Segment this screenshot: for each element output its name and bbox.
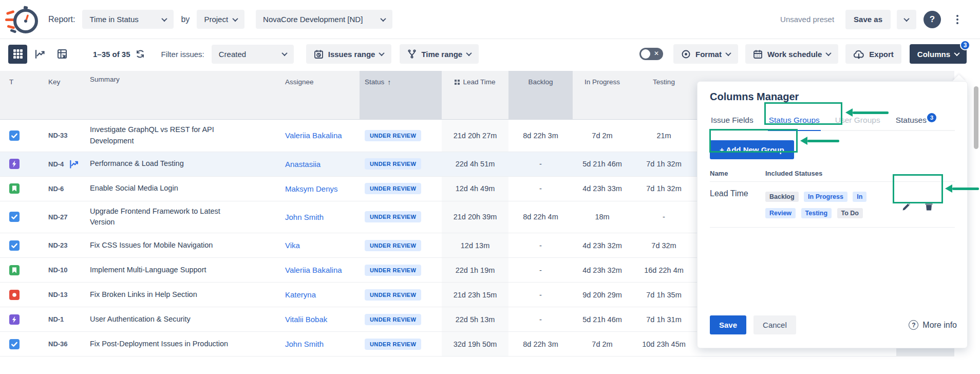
view-switcher [8,45,71,64]
summary-cell: Investigate GraphQL vs REST for API Deve… [88,120,280,152]
save-as-button[interactable]: Save as [845,10,891,29]
task-issue-type-icon [9,240,20,251]
issue-summary[interactable]: Investigate GraphQL vs REST for API Deve… [90,124,235,147]
column-header-t[interactable]: T [0,71,27,86]
column-header-lead-time[interactable]: Lead Time [442,71,508,86]
status-lozenge: UNDER REVIEW [365,289,421,301]
page-scrollbar-thumb[interactable] [974,86,978,149]
assignee-link[interactable]: Kateryna [285,290,316,299]
refresh-icon[interactable] [136,49,145,59]
question-circle-icon: ? [909,320,918,330]
popup-footer: Save Cancel ? More info [710,315,957,334]
project-select[interactable]: NovaCore Development [ND] [256,10,392,29]
more-menu-button[interactable] [948,10,967,29]
add-new-group-button[interactable]: + Add New Group [710,140,794,159]
column-header-backlog[interactable]: Backlog [508,71,573,119]
issue-summary[interactable]: Fix Broken Links in Help Section [90,289,197,301]
assignee-link[interactable]: Vitalii Bobak [285,315,327,324]
more-info-link[interactable]: ? More info [909,320,957,330]
status-cell: UNDER REVIEW [360,258,442,282]
time-value-cell: - [508,233,573,257]
issue-summary[interactable]: Upgrade Frontend Framework to Latest Ver… [90,206,235,229]
assignee-link[interactable]: Vika [285,241,300,250]
tab-status-groups[interactable]: Status Groups [768,113,821,131]
chart-view-icon[interactable] [30,45,49,64]
time-value-cell: 7d 1h 32m [632,177,696,201]
status-lozenge: UNDER REVIEW [365,314,421,325]
time-value-cell: 16d 22h 4m [632,258,696,282]
issue-summary[interactable]: Fix Post-Deployment Issues in Production [90,339,228,350]
column-header-hidden [832,71,896,78]
time-value-cell: 12d 13m [442,233,508,257]
assignee-link[interactable]: Valeriia Bakalina [285,131,342,140]
status-chip: Testing [801,208,832,218]
time-value-cell: - [508,307,573,331]
story-issue-type-icon [9,265,20,275]
assignee-cell: Valeriia Bakalina [280,258,360,282]
issue-summary[interactable]: Implement Multi-Language Support [90,265,206,276]
export-button[interactable]: Export [845,44,901,64]
report-label: Report: [48,15,75,24]
assignee-link[interactable]: Anastasiia [285,160,321,169]
group-actions [902,188,934,221]
tab-statuses[interactable]: Statuses3 [895,110,937,130]
time-range-button[interactable]: Time range [400,44,479,64]
issue-count: 1–35 of 35 [93,50,130,59]
issue-summary[interactable]: Enable Social Media Login [90,183,178,194]
column-header-in-progress[interactable]: In Progress [573,71,632,86]
scope-select[interactable]: Project [197,10,244,29]
column-header-key[interactable]: Key [27,71,88,86]
column-header-testing[interactable]: Testing [632,71,696,86]
drag-handle-icon[interactable] [455,80,460,85]
time-value-cell: 7d 32m [632,233,696,257]
issue-key: ND-27 [48,213,68,221]
issue-key-cell: ND-23 [27,233,88,257]
help-button[interactable]: ? [924,11,941,28]
column-header-assignee[interactable]: Assignee [280,71,360,86]
chevron-down-icon [903,15,909,21]
grid-view-icon[interactable] [8,45,27,64]
column-header-hidden [768,71,832,78]
time-value-cell: 8d 22h 3m [508,332,573,356]
status-lozenge: UNDER REVIEW [365,339,421,350]
filter-field-select[interactable]: Created [212,45,294,64]
assignee-link[interactable]: John Smith [285,340,324,348]
issues-range-button[interactable]: Issues range [306,44,392,64]
popup-tabs: Issue FieldsStatus GroupsUser GroupsStat… [710,110,955,131]
cancel-button[interactable]: Cancel [753,315,796,334]
save-button[interactable]: Save [710,315,746,334]
assignee-link[interactable]: John Smith [285,213,324,221]
report-type-select[interactable]: Time in Status [82,10,174,29]
status-cell: UNDER REVIEW [360,177,442,201]
assignee-link[interactable]: Valeriia Bakalina [285,266,342,274]
included-statuses-column-header: Included Statuses [765,170,822,177]
delete-group-icon[interactable] [924,201,934,211]
issue-summary[interactable]: Performance & Load Testing [90,158,184,170]
work-schedule-button[interactable]: Work schedule [745,44,838,64]
time-value-cell: - [508,177,573,201]
issue-summary[interactable]: User Authentication & Security [90,314,191,325]
time-value-cell: 9d 20h 29m [573,283,632,307]
time-value-cell: 7d 1h 32m [632,152,696,176]
tab-issue-fields[interactable]: Issue Fields [710,113,755,130]
chevron-down-icon [466,50,472,56]
assignee-link[interactable]: Maksym Denys [285,184,338,193]
column-header-status[interactable]: Status↑ [360,71,442,119]
save-options-button[interactable] [897,10,916,29]
status-chip: To Do [837,208,863,218]
status-cell: UNDER REVIEW [360,332,442,356]
pivot-view-icon[interactable] [52,45,71,64]
compact-toggle[interactable]: ✕ [639,48,663,60]
issue-key: ND-33 [48,132,68,139]
statuses-count-badge: 3 [927,113,936,122]
edit-group-icon[interactable] [902,201,912,211]
format-button[interactable]: Format [673,44,738,64]
issue-chart-icon[interactable] [69,159,80,170]
issue-summary[interactable]: Fix CSS Issues for Mobile Navigation [90,240,213,251]
task-issue-type-icon [9,212,20,222]
bolt-issue-type-icon [9,314,20,325]
issue-type-cell [0,177,27,201]
column-header-summary[interactable]: Summary [88,71,280,88]
tab-user-groups[interactable]: User Groups [834,113,881,130]
columns-button[interactable]: Columns 3 [910,44,967,64]
